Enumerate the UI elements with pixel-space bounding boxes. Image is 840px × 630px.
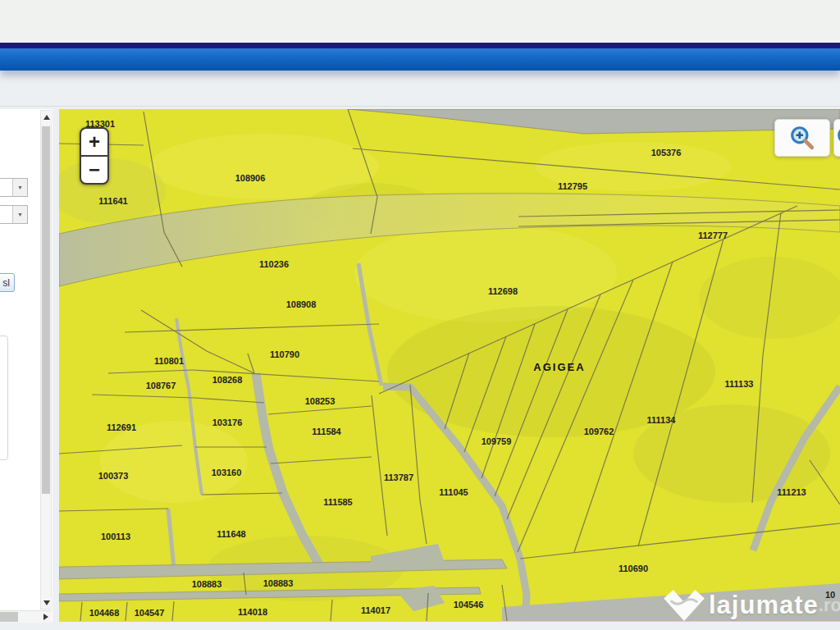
parcel-label: 111133 — [725, 379, 754, 389]
parcel-label: 108883 — [263, 578, 294, 588]
zoom-in-magnifier-icon — [789, 125, 815, 151]
content-divider — [0, 106, 840, 107]
panel-fragment — [0, 336, 8, 460]
parcel-label: 110690 — [619, 564, 648, 573]
parcel-label: 108906 — [235, 173, 266, 183]
parcel-label: 108253 — [305, 396, 336, 406]
cadastral-map-canvas[interactable]: 1133011116411089061053761127951127771102… — [59, 109, 840, 622]
parcel-label: 111648 — [217, 529, 246, 539]
zoom-out-magnifier-icon — [836, 125, 840, 151]
parcel-label: 103176 — [212, 418, 243, 427]
parcel-label: 111045 — [439, 487, 468, 497]
zoom-in-button[interactable]: + — [81, 129, 107, 155]
map-viewport[interactable]: 1133011116411089061053761127951127771102… — [59, 109, 840, 622]
sidebar-dropdown-1[interactable]: ▼ — [0, 178, 28, 197]
scroll-up-button[interactable] — [41, 111, 52, 123]
parcel-label: 114018 — [238, 607, 267, 617]
chevron-down-icon[interactable]: ▼ — [12, 179, 27, 196]
parcel-label: 100373 — [98, 471, 129, 481]
parcel-label: 111213 — [777, 487, 806, 497]
parcel-label: 104468 — [89, 608, 120, 618]
dropdown-value — [0, 179, 12, 196]
vertical-scrollbar[interactable] — [40, 110, 52, 609]
parcel-label: 108268 — [212, 375, 243, 385]
parcel-label: 111584 — [312, 427, 341, 436]
triangle-up-icon — [43, 115, 50, 120]
scroll-down-button[interactable] — [41, 596, 52, 609]
parcel-label: 104546 — [454, 600, 484, 609]
lajumate-logo — [663, 589, 705, 622]
parcel-label: 110790 — [270, 349, 299, 359]
parcel-label: 109762 — [584, 427, 614, 436]
search-button-partial[interactable]: sl — [0, 273, 15, 292]
watermark-tld: .ro — [819, 595, 840, 616]
parcel-label: 103160 — [212, 468, 242, 477]
parcel-label: 112691 — [107, 422, 136, 432]
parcel-label: 112777 — [698, 231, 728, 240]
parcel-label: 110801 — [154, 356, 184, 366]
scroll-right-button[interactable] — [40, 611, 52, 623]
sidebar-panel: ▼ ▼ sl — [0, 109, 52, 622]
parcel-label: 110236 — [259, 259, 289, 269]
parcel-label: 114017 — [361, 605, 390, 615]
header-accent-line — [0, 43, 840, 48]
watermark-brand: lajumate — [709, 591, 819, 620]
triangle-down-icon — [43, 600, 50, 605]
parcel-label: 108883 — [192, 579, 222, 589]
header-blue-bar — [0, 48, 840, 71]
chevron-down-icon[interactable]: ▼ — [12, 206, 27, 223]
parcel-label: 104547 — [135, 608, 165, 618]
parcel-label: 113787 — [384, 472, 413, 482]
magnifier-zoom-out-button[interactable] — [833, 119, 840, 157]
parcel-label: 111641 — [98, 196, 128, 206]
parcel-label: 111585 — [323, 497, 353, 507]
parcel-label: 105376 — [651, 148, 682, 158]
parcel-label: 109759 — [482, 436, 512, 446]
vertical-scrollbar-thumb[interactable] — [42, 126, 50, 494]
parcel-label: 100113 — [101, 532, 130, 541]
parcel-label: 112698 — [488, 286, 518, 296]
top-strip — [0, 0, 840, 43]
sidebar-dropdown-2[interactable]: ▼ — [0, 205, 28, 224]
parcel-label: 108767 — [146, 381, 176, 390]
horizontal-scrollbar[interactable] — [0, 610, 52, 623]
watermark: lajumate .ro — [663, 589, 840, 622]
magnifier-zoom-in-button[interactable] — [774, 119, 830, 157]
parcel-label: 112795 — [558, 181, 587, 191]
triangle-right-icon — [43, 614, 48, 620]
horizontal-scrollbar-thumb[interactable] — [0, 612, 18, 622]
parcel-label: 111134 — [647, 415, 677, 425]
map-zoom-control: + − — [80, 127, 109, 185]
zoom-out-button[interactable]: − — [81, 155, 107, 183]
place-label: AGIGEA — [533, 361, 585, 373]
dropdown-value — [0, 206, 12, 223]
page: { "header": { "bar_color": "#0f62c0", "a… — [0, 0, 840, 630]
parcel-label: 108908 — [286, 299, 317, 309]
